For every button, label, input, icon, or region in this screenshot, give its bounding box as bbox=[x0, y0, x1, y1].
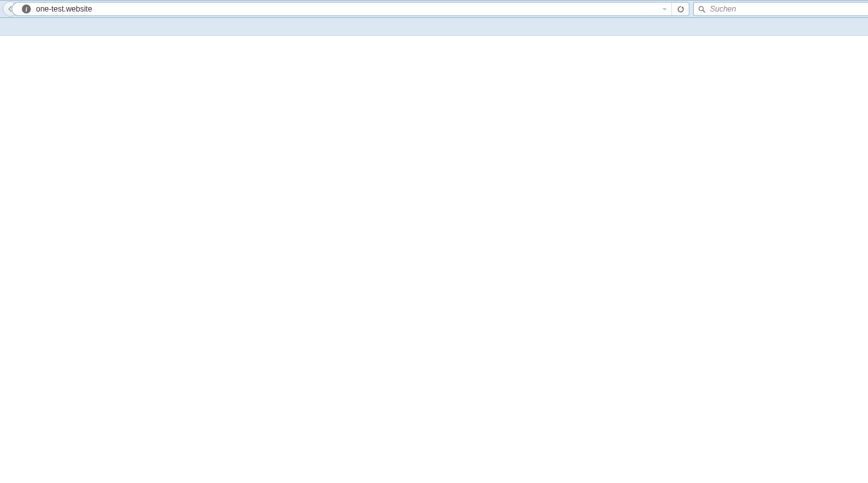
toolbar-lower-strip bbox=[0, 18, 868, 36]
url-input[interactable] bbox=[36, 3, 658, 15]
chevron-down-icon bbox=[662, 6, 668, 12]
search-bar[interactable] bbox=[693, 2, 868, 16]
page-content bbox=[0, 36, 868, 483]
site-info-icon[interactable]: i bbox=[22, 4, 31, 13]
search-input[interactable] bbox=[710, 3, 868, 15]
browser-toolbar: i bbox=[0, 0, 868, 18]
url-dropdown-button[interactable] bbox=[658, 3, 672, 15]
reload-button[interactable] bbox=[672, 3, 689, 15]
address-bar[interactable]: i bbox=[21, 2, 689, 16]
reload-icon bbox=[677, 5, 685, 13]
svg-line-1 bbox=[703, 10, 705, 12]
search-icon bbox=[698, 5, 706, 13]
